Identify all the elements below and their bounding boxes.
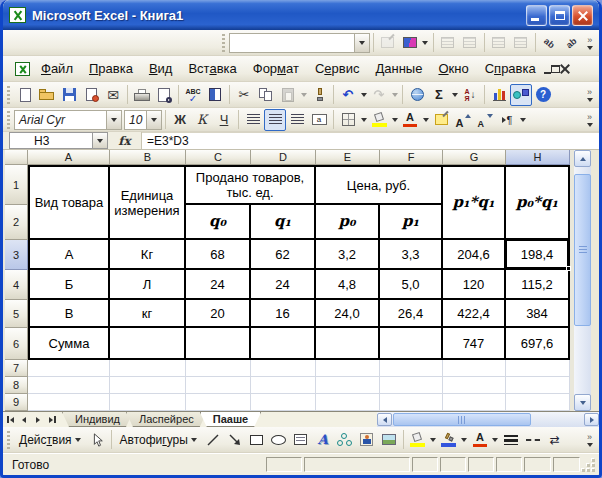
font-size-dropdown-icon[interactable] xyxy=(146,111,161,129)
menu-help[interactable]: Справка xyxy=(477,57,544,80)
align-left-button[interactable] xyxy=(242,109,264,131)
empty-cell[interactable] xyxy=(380,377,443,394)
dash-style-button[interactable] xyxy=(522,429,544,451)
oval-button[interactable] xyxy=(268,429,290,451)
cell-D2-q1-header[interactable]: q₁ xyxy=(251,205,316,240)
by-column-button[interactable] xyxy=(510,32,532,54)
menu-format[interactable]: Формат xyxy=(245,57,307,80)
horizontal-scrollbar[interactable] xyxy=(377,412,599,427)
cell-E6[interactable] xyxy=(316,328,380,360)
bold-button[interactable]: Ж xyxy=(169,109,191,131)
empty-cell[interactable] xyxy=(316,377,380,394)
empty-cell[interactable] xyxy=(186,394,251,411)
undo-button[interactable]: ↶ xyxy=(337,84,359,106)
menu-data[interactable]: Данные xyxy=(367,57,430,80)
toolbar-grip[interactable] xyxy=(222,34,225,52)
italic-button[interactable]: К xyxy=(191,109,213,131)
clip-art-button[interactable] xyxy=(356,429,378,451)
open-button[interactable] xyxy=(36,84,58,106)
minimize-button[interactable] xyxy=(526,5,547,26)
select-all-corner[interactable] xyxy=(5,150,28,165)
cell-F3[interactable]: 3,3 xyxy=(380,240,443,270)
shape-fill-button[interactable] xyxy=(407,429,429,451)
chart-type-button[interactable] xyxy=(399,32,421,54)
spelling-button[interactable]: ABC✓ xyxy=(182,84,204,106)
cell-C1-sold-header[interactable]: Продано товаров, тыс. ед. xyxy=(186,165,316,205)
empty-cell[interactable] xyxy=(251,360,316,377)
cell-F4[interactable]: 5,0 xyxy=(380,270,443,300)
workbook-icon-button[interactable] xyxy=(11,58,33,80)
redo-dropdown[interactable] xyxy=(390,84,399,106)
angle-text-up-button[interactable]: ab xyxy=(561,32,583,54)
cell-E1-price-header[interactable]: Цена, руб. xyxy=(316,165,443,205)
cell-C2-q0-header[interactable]: q₀ xyxy=(186,205,251,240)
scroll-right-button[interactable] xyxy=(584,413,599,426)
chart-objects-combo[interactable] xyxy=(229,33,370,53)
first-sheet-button[interactable] xyxy=(3,412,17,427)
line-color-button[interactable] xyxy=(438,429,460,451)
font-color-button[interactable]: A xyxy=(399,109,421,131)
draw-menu-button[interactable]: Действия xyxy=(14,431,86,449)
menu-window[interactable]: Окно xyxy=(430,57,476,80)
borders-dropdown[interactable] xyxy=(359,109,368,131)
empty-cell[interactable] xyxy=(28,377,110,394)
cell-F5[interactable]: 26,4 xyxy=(380,300,443,328)
empty-cell[interactable] xyxy=(186,360,251,377)
merge-center-button[interactable]: а xyxy=(308,109,330,131)
increase-font-button[interactable]: A xyxy=(452,109,474,131)
drawing-toolbar-options-button[interactable]: » xyxy=(582,429,597,451)
cell-H4[interactable]: 115,2 xyxy=(506,270,570,300)
cell-G4[interactable]: 120 xyxy=(443,270,506,300)
line-style-button[interactable] xyxy=(500,429,522,451)
row-header-2[interactable]: 2 xyxy=(5,205,28,240)
cell-D6[interactable] xyxy=(251,328,316,360)
cell-H1-p0q1-header[interactable]: p₀*q₁ xyxy=(506,165,570,240)
font-size-combo[interactable]: 10 xyxy=(124,110,162,130)
cell-G6[interactable]: 747 xyxy=(443,328,506,360)
research-button[interactable] xyxy=(204,84,226,106)
cell-G3[interactable]: 204,6 xyxy=(443,240,506,270)
sheet-tab-paasche[interactable]: Пааше xyxy=(200,412,261,427)
undo-dropdown[interactable] xyxy=(359,84,368,106)
cell-B1-unit-header[interactable]: Единица измерения xyxy=(110,165,186,240)
empty-cell[interactable] xyxy=(380,360,443,377)
diagram-button[interactable] xyxy=(334,429,356,451)
horizontal-scrollbar-thumb[interactable] xyxy=(393,413,531,426)
cell-C4[interactable]: 24 xyxy=(186,270,251,300)
vertical-scrollbar[interactable] xyxy=(574,150,591,411)
chart-wizard-button[interactable] xyxy=(488,84,510,106)
empty-cell[interactable] xyxy=(28,394,110,411)
menu-view[interactable]: Вид xyxy=(141,57,181,80)
fill-color-dropdown[interactable] xyxy=(390,109,399,131)
last-sheet-button[interactable] xyxy=(45,412,59,427)
menu-file[interactable]: Файл xyxy=(33,57,81,80)
empty-cell[interactable] xyxy=(380,394,443,411)
cell-H3-selected[interactable]: 198,4 xyxy=(506,240,570,270)
column-header-G[interactable]: G xyxy=(443,150,506,165)
combo-dropdown-icon[interactable] xyxy=(354,34,369,52)
column-header-H[interactable]: H xyxy=(506,150,570,165)
menu-insert[interactable]: Вставка xyxy=(180,57,244,80)
cell-E5[interactable]: 24,0 xyxy=(316,300,380,328)
empty-cell[interactable] xyxy=(443,377,506,394)
copy-button[interactable] xyxy=(255,84,277,106)
workbook-minimize-button[interactable] xyxy=(544,61,551,77)
wordart-button[interactable]: А xyxy=(312,429,334,451)
cell-A6[interactable]: Сумма xyxy=(28,328,110,360)
font-color-dropdown[interactable] xyxy=(421,109,430,131)
new-button[interactable] xyxy=(14,84,36,106)
cell-G1-p1q1-header[interactable]: p₁*q₁ xyxy=(443,165,506,240)
decrease-font-button[interactable]: A xyxy=(474,109,496,131)
autosum-button[interactable]: Σ xyxy=(428,84,450,106)
format-selection-button[interactable] xyxy=(377,32,399,54)
insert-picture-button[interactable] xyxy=(378,429,400,451)
empty-cell[interactable] xyxy=(251,394,316,411)
select-objects-button[interactable] xyxy=(86,429,108,451)
cell-B3[interactable]: Кг xyxy=(110,240,186,270)
ltr-direction-button[interactable]: ¶ xyxy=(496,109,518,131)
empty-cell[interactable] xyxy=(186,377,251,394)
empty-cell[interactable] xyxy=(316,394,380,411)
empty-cell[interactable] xyxy=(251,377,316,394)
menu-tools[interactable]: Сервис xyxy=(307,57,368,80)
cell-B5[interactable]: кг xyxy=(110,300,186,328)
